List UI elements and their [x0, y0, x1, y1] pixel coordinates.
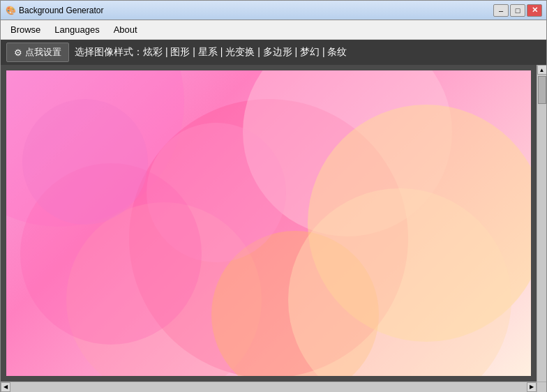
app-window: 🎨 Background Generator – □ ✕ Browse Lang…	[0, 0, 547, 392]
scroll-up-arrow[interactable]: ▲	[537, 65, 547, 75]
maximize-button[interactable]: □	[510, 4, 525, 17]
vertical-scrollbar[interactable]: ▲	[537, 65, 546, 382]
content-area: ▲	[1, 65, 546, 382]
canvas-area	[1, 65, 537, 382]
menu-bar: Browse Languages About	[1, 20, 546, 40]
hscroll-track	[10, 382, 527, 392]
title-bar: 🎨 Background Generator – □ ✕	[1, 1, 546, 20]
window-controls: – □ ✕	[493, 4, 542, 17]
window-title: Background Generator	[19, 6, 493, 15]
settings-button[interactable]: ⚙ 点我设置	[6, 43, 69, 62]
minimize-button[interactable]: –	[493, 4, 509, 17]
scroll-left-arrow[interactable]: ◀	[1, 382, 10, 392]
menu-languages[interactable]: Languages	[47, 22, 106, 38]
menu-browse[interactable]: Browse	[3, 22, 47, 38]
app-icon: 🎨	[5, 5, 16, 16]
menu-about[interactable]: About	[107, 22, 144, 38]
gear-icon: ⚙	[14, 47, 22, 58]
scrollbar-corner	[537, 382, 546, 392]
background-canvas	[6, 70, 531, 376]
canvas-inner	[6, 70, 531, 376]
style-selector-label: 选择图像样式：炫彩 | 图形 | 星系 | 光变换 | 多边形 | 梦幻 | 条…	[75, 46, 347, 59]
close-button[interactable]: ✕	[527, 4, 542, 17]
settings-label: 点我设置	[25, 46, 61, 59]
scroll-right-arrow[interactable]: ▶	[527, 382, 537, 392]
toolbar: ⚙ 点我设置 选择图像样式：炫彩 | 图形 | 星系 | 光变换 | 多边形 |…	[1, 40, 546, 65]
horizontal-scrollbar[interactable]: ◀ ▶	[1, 382, 546, 391]
scroll-thumb[interactable]	[538, 76, 546, 104]
background-circle	[22, 99, 148, 225]
